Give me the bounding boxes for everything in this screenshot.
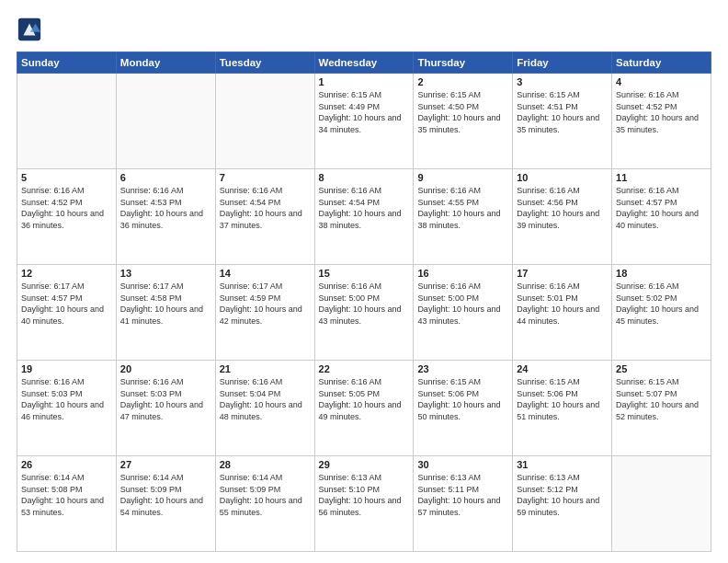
calendar-cell-empty xyxy=(215,74,314,169)
day-number: 9 xyxy=(417,172,508,183)
day-info: Sunrise: 6:17 AMSunset: 4:59 PMDaylight:… xyxy=(220,281,311,327)
day-info: Sunrise: 6:16 AMSunset: 4:54 PMDaylight:… xyxy=(319,185,410,231)
calendar-cell-13: 13Sunrise: 6:17 AMSunset: 4:58 PMDayligh… xyxy=(116,265,215,361)
day-info: Sunrise: 6:13 AMSunset: 5:12 PMDaylight:… xyxy=(517,472,608,518)
logo xyxy=(17,17,44,42)
day-number: 10 xyxy=(517,172,608,183)
calendar-cell-24: 24Sunrise: 6:15 AMSunset: 5:06 PMDayligh… xyxy=(513,361,612,456)
calendar-cell-9: 9Sunrise: 6:16 AMSunset: 4:55 PMDaylight… xyxy=(414,169,513,265)
calendar-cell-17: 17Sunrise: 6:16 AMSunset: 5:01 PMDayligh… xyxy=(513,265,612,361)
calendar-cell-18: 18Sunrise: 6:16 AMSunset: 5:02 PMDayligh… xyxy=(612,265,711,361)
day-number: 16 xyxy=(417,268,508,279)
calendar-cell-11: 11Sunrise: 6:16 AMSunset: 4:57 PMDayligh… xyxy=(612,169,711,265)
day-number: 13 xyxy=(120,268,211,279)
calendar-cell-29: 29Sunrise: 6:13 AMSunset: 5:10 PMDayligh… xyxy=(314,456,414,552)
day-info: Sunrise: 6:16 AMSunset: 5:03 PMDaylight:… xyxy=(120,376,211,422)
day-info: Sunrise: 6:15 AMSunset: 4:50 PMDaylight:… xyxy=(417,89,508,135)
calendar-table: SundayMondayTuesdayWednesdayThursdayFrid… xyxy=(17,52,711,552)
day-info: Sunrise: 6:16 AMSunset: 5:04 PMDaylight:… xyxy=(220,376,311,422)
day-number: 7 xyxy=(220,172,311,183)
day-number: 3 xyxy=(517,76,608,87)
calendar-cell-5: 5Sunrise: 6:16 AMSunset: 4:52 PMDaylight… xyxy=(17,169,117,265)
day-info: Sunrise: 6:16 AMSunset: 4:52 PMDaylight:… xyxy=(21,185,112,231)
day-info: Sunrise: 6:15 AMSunset: 5:06 PMDaylight:… xyxy=(417,376,508,422)
day-number: 26 xyxy=(21,459,112,470)
day-number: 6 xyxy=(120,172,211,183)
day-info: Sunrise: 6:13 AMSunset: 5:11 PMDaylight:… xyxy=(417,472,508,518)
day-info: Sunrise: 6:16 AMSunset: 5:00 PMDaylight:… xyxy=(417,281,508,327)
day-info: Sunrise: 6:14 AMSunset: 5:09 PMDaylight:… xyxy=(220,472,311,518)
day-info: Sunrise: 6:16 AMSunset: 4:55 PMDaylight:… xyxy=(417,185,508,231)
weekday-row: SundayMondayTuesdayWednesdayThursdayFrid… xyxy=(17,52,711,74)
day-info: Sunrise: 6:16 AMSunset: 5:03 PMDaylight:… xyxy=(21,376,112,422)
weekday-header-wednesday: Wednesday xyxy=(314,52,414,74)
day-number: 1 xyxy=(319,76,410,87)
calendar-cell-26: 26Sunrise: 6:14 AMSunset: 5:08 PMDayligh… xyxy=(17,456,117,552)
day-number: 17 xyxy=(517,268,608,279)
weekday-header-monday: Monday xyxy=(116,52,215,74)
calendar-cell-19: 19Sunrise: 6:16 AMSunset: 5:03 PMDayligh… xyxy=(17,361,117,456)
calendar-cell-31: 31Sunrise: 6:13 AMSunset: 5:12 PMDayligh… xyxy=(513,456,612,552)
day-number: 2 xyxy=(417,76,508,87)
day-number: 8 xyxy=(319,172,410,183)
day-info: Sunrise: 6:16 AMSunset: 4:54 PMDaylight:… xyxy=(220,185,311,231)
calendar-cell-27: 27Sunrise: 6:14 AMSunset: 5:09 PMDayligh… xyxy=(116,456,215,552)
calendar-cell-1: 1Sunrise: 6:15 AMSunset: 4:49 PMDaylight… xyxy=(314,74,414,169)
day-info: Sunrise: 6:14 AMSunset: 5:09 PMDaylight:… xyxy=(120,472,211,518)
day-info: Sunrise: 6:15 AMSunset: 5:07 PMDaylight:… xyxy=(616,376,707,422)
page: SundayMondayTuesdayWednesdayThursdayFrid… xyxy=(0,0,728,563)
weekday-header-thursday: Thursday xyxy=(414,52,513,74)
calendar-week-3: 19Sunrise: 6:16 AMSunset: 5:03 PMDayligh… xyxy=(17,361,711,456)
header xyxy=(17,17,711,42)
day-info: Sunrise: 6:17 AMSunset: 4:57 PMDaylight:… xyxy=(21,281,112,327)
calendar-week-4: 26Sunrise: 6:14 AMSunset: 5:08 PMDayligh… xyxy=(17,456,711,552)
day-number: 19 xyxy=(21,363,112,374)
calendar-cell-8: 8Sunrise: 6:16 AMSunset: 4:54 PMDaylight… xyxy=(314,169,414,265)
calendar-cell-empty xyxy=(17,74,117,169)
day-info: Sunrise: 6:16 AMSunset: 5:00 PMDaylight:… xyxy=(319,281,410,327)
day-number: 31 xyxy=(517,459,608,470)
day-number: 5 xyxy=(21,172,112,183)
calendar-cell-14: 14Sunrise: 6:17 AMSunset: 4:59 PMDayligh… xyxy=(215,265,314,361)
day-number: 29 xyxy=(319,459,410,470)
calendar-cell-22: 22Sunrise: 6:16 AMSunset: 5:05 PMDayligh… xyxy=(314,361,414,456)
day-info: Sunrise: 6:16 AMSunset: 4:57 PMDaylight:… xyxy=(616,185,707,231)
day-info: Sunrise: 6:15 AMSunset: 4:51 PMDaylight:… xyxy=(517,89,608,135)
day-info: Sunrise: 6:13 AMSunset: 5:10 PMDaylight:… xyxy=(319,472,410,518)
logo-icon xyxy=(17,17,42,42)
calendar-week-1: 5Sunrise: 6:16 AMSunset: 4:52 PMDaylight… xyxy=(17,169,711,265)
day-info: Sunrise: 6:16 AMSunset: 5:01 PMDaylight:… xyxy=(517,281,608,327)
calendar-cell-10: 10Sunrise: 6:16 AMSunset: 4:56 PMDayligh… xyxy=(513,169,612,265)
day-number: 28 xyxy=(220,459,311,470)
day-info: Sunrise: 6:16 AMSunset: 5:05 PMDaylight:… xyxy=(319,376,410,422)
day-info: Sunrise: 6:15 AMSunset: 5:06 PMDaylight:… xyxy=(517,376,608,422)
calendar-cell-empty xyxy=(612,456,711,552)
day-number: 12 xyxy=(21,268,112,279)
calendar-cell-3: 3Sunrise: 6:15 AMSunset: 4:51 PMDaylight… xyxy=(513,74,612,169)
calendar-header: SundayMondayTuesdayWednesdayThursdayFrid… xyxy=(17,52,711,74)
calendar-body: 1Sunrise: 6:15 AMSunset: 4:49 PMDaylight… xyxy=(17,74,711,552)
calendar-cell-25: 25Sunrise: 6:15 AMSunset: 5:07 PMDayligh… xyxy=(612,361,711,456)
calendar-cell-30: 30Sunrise: 6:13 AMSunset: 5:11 PMDayligh… xyxy=(414,456,513,552)
day-info: Sunrise: 6:17 AMSunset: 4:58 PMDaylight:… xyxy=(120,281,211,327)
day-number: 23 xyxy=(417,363,508,374)
calendar-cell-7: 7Sunrise: 6:16 AMSunset: 4:54 PMDaylight… xyxy=(215,169,314,265)
day-number: 30 xyxy=(417,459,508,470)
day-number: 22 xyxy=(319,363,410,374)
day-number: 21 xyxy=(220,363,311,374)
weekday-header-sunday: Sunday xyxy=(17,52,117,74)
calendar-cell-16: 16Sunrise: 6:16 AMSunset: 5:00 PMDayligh… xyxy=(414,265,513,361)
day-info: Sunrise: 6:16 AMSunset: 4:56 PMDaylight:… xyxy=(517,185,608,231)
calendar-cell-12: 12Sunrise: 6:17 AMSunset: 4:57 PMDayligh… xyxy=(17,265,117,361)
day-number: 27 xyxy=(120,459,211,470)
calendar-cell-21: 21Sunrise: 6:16 AMSunset: 5:04 PMDayligh… xyxy=(215,361,314,456)
day-info: Sunrise: 6:15 AMSunset: 4:49 PMDaylight:… xyxy=(319,89,410,135)
calendar-cell-15: 15Sunrise: 6:16 AMSunset: 5:00 PMDayligh… xyxy=(314,265,414,361)
day-number: 20 xyxy=(120,363,211,374)
calendar-cell-2: 2Sunrise: 6:15 AMSunset: 4:50 PMDaylight… xyxy=(414,74,513,169)
calendar-cell-20: 20Sunrise: 6:16 AMSunset: 5:03 PMDayligh… xyxy=(116,361,215,456)
calendar-cell-4: 4Sunrise: 6:16 AMSunset: 4:52 PMDaylight… xyxy=(612,74,711,169)
day-number: 4 xyxy=(616,76,707,87)
calendar-cell-28: 28Sunrise: 6:14 AMSunset: 5:09 PMDayligh… xyxy=(215,456,314,552)
day-number: 11 xyxy=(616,172,707,183)
